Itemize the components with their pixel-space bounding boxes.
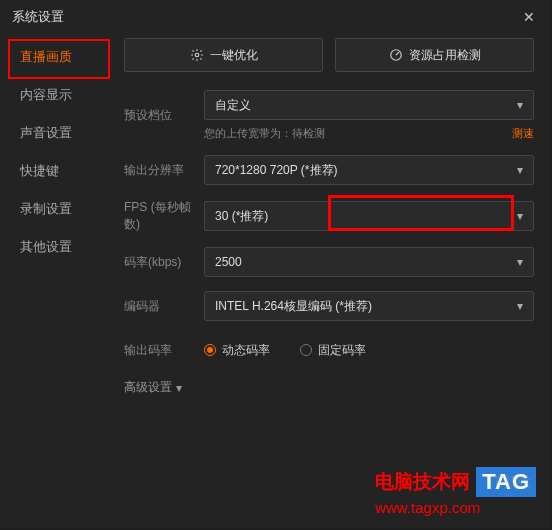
sidebar: 直播画质 内容显示 声音设置 快捷键 录制设置 其他设置 — [0, 34, 110, 528]
fps-value: 30 (*推荐) — [215, 208, 268, 225]
sidebar-item-label: 其他设置 — [20, 238, 72, 256]
advanced-toggle[interactable]: 高级设置 ▾ — [124, 379, 534, 396]
bitrate-select[interactable]: 2500 — [204, 247, 534, 277]
chevron-down-icon: ▾ — [176, 381, 182, 395]
sidebar-item-label: 快捷键 — [20, 162, 59, 180]
bitrate-value: 2500 — [215, 255, 242, 269]
bitrate-label: 码率(kbps) — [124, 254, 204, 271]
sidebar-item-hotkey[interactable]: 快捷键 — [0, 152, 110, 190]
encoder-label: 编码器 — [124, 298, 204, 315]
optimize-icon — [190, 48, 204, 62]
resolution-label: 输出分辨率 — [124, 162, 204, 179]
radio-fixed-bitrate[interactable]: 固定码率 — [300, 342, 366, 359]
watermark-url: www.tagxp.com — [375, 499, 536, 516]
preset-label: 预设档位 — [124, 107, 204, 124]
sidebar-item-label: 直播画质 — [20, 48, 72, 66]
watermark-tag: TAG — [476, 467, 536, 497]
speedtest-link[interactable]: 测速 — [512, 126, 534, 141]
sidebar-item-label: 内容显示 — [20, 86, 72, 104]
preset-value: 自定义 — [215, 97, 251, 114]
window-title: 系统设置 — [12, 8, 64, 26]
svg-point-0 — [195, 53, 199, 57]
optimize-button[interactable]: 一键优化 — [124, 38, 323, 72]
fps-label: FPS (每秒帧数) — [124, 199, 204, 233]
sidebar-item-content[interactable]: 内容显示 — [0, 76, 110, 114]
sidebar-item-audio[interactable]: 声音设置 — [0, 114, 110, 152]
encoder-select[interactable]: INTEL H.264核显编码 (*推荐) — [204, 291, 534, 321]
watermark: 下载站 电脑技术网 TAG www.tagxp.com — [375, 467, 536, 516]
resolution-value: 720*1280 720P (*推荐) — [215, 162, 338, 179]
sidebar-item-other[interactable]: 其他设置 — [0, 228, 110, 266]
sidebar-item-quality[interactable]: 直播画质 — [0, 38, 110, 76]
bandwidth-note: 您的上传宽带为：待检测 — [204, 126, 325, 141]
preset-select[interactable]: 自定义 — [204, 90, 534, 120]
watermark-text: 电脑技术网 — [375, 469, 470, 495]
radio-dynamic-label: 动态码率 — [222, 342, 270, 359]
radio-dynamic-bitrate[interactable]: 动态码率 — [204, 342, 270, 359]
resource-check-button[interactable]: 资源占用检测 — [335, 38, 534, 72]
close-icon[interactable]: ✕ — [520, 9, 538, 25]
radio-fixed-label: 固定码率 — [318, 342, 366, 359]
output-bitrate-label: 输出码率 — [124, 342, 204, 359]
optimize-label: 一键优化 — [210, 47, 258, 64]
gauge-icon — [389, 48, 403, 62]
sidebar-item-label: 声音设置 — [20, 124, 72, 142]
radio-dot-on-icon — [204, 344, 216, 356]
sidebar-item-record[interactable]: 录制设置 — [0, 190, 110, 228]
encoder-value: INTEL H.264核显编码 (*推荐) — [215, 298, 372, 315]
main-panel: 一键优化 资源占用检测 预设档位 自定义 您的上传宽带为：待检测 测速 — [110, 34, 550, 528]
advanced-label: 高级设置 — [124, 379, 172, 396]
sidebar-item-label: 录制设置 — [20, 200, 72, 218]
resolution-select[interactable]: 720*1280 720P (*推荐) — [204, 155, 534, 185]
fps-select[interactable]: 30 (*推荐) — [204, 201, 534, 231]
resource-check-label: 资源占用检测 — [409, 47, 481, 64]
radio-dot-off-icon — [300, 344, 312, 356]
